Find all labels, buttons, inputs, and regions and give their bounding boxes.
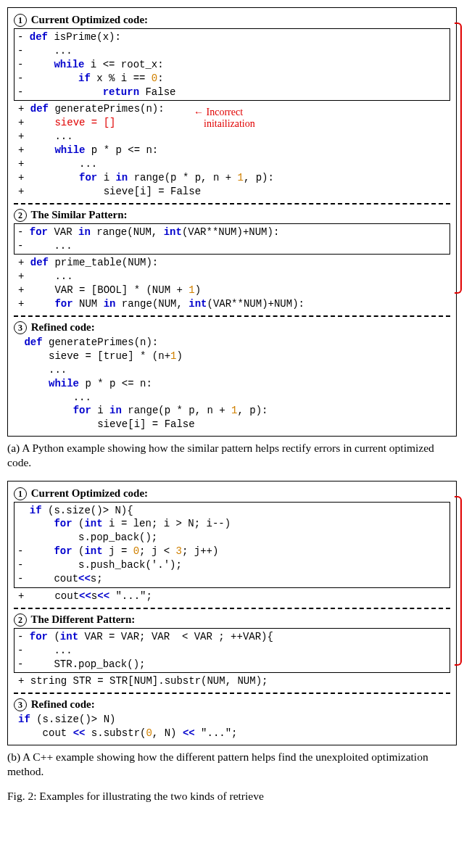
sec2-title: 2 The Similar Pattern: [14,209,450,222]
b-sec1-title-text: Current Optimized code: [31,487,148,499]
b-circled-3: 3 [14,698,27,711]
figure-b-panel: 1 Current Optimized code: if (s.size()> … [7,481,457,746]
arrow-icon: ← [194,107,204,117]
sep1 [14,203,450,204]
sec1-boxed: - def isPrime(x):- ...- while i <= root_… [14,28,450,101]
caption-a: (a) A Python example showing how the sim… [7,441,457,470]
b-sec3-title: 3 Refined code: [14,698,450,711]
sep2 [14,315,450,317]
sec3-title: 3 Refined code: [14,321,450,334]
figure-a-panel: 1 Current Optimized code: - def isPrime(… [7,7,457,437]
circled-2: 2 [14,209,27,222]
b-sec2-boxed: - for (int VAR = VAR; VAR < VAR ; ++VAR)… [14,628,450,674]
sec2-title-text: The Similar Pattern: [30,209,127,220]
b-sec3-body: if (s.size()> N) cout << s.substr(0, N) … [14,713,450,740]
sec1-body: - def isPrime(x):- ...- while i <= root_… [14,28,450,199]
b-sec1-boxed: if (s.size()> N){ for (int i = len; i > … [14,502,450,588]
sec1-title: 1 Current Optimized code: [14,14,450,27]
circled-3: 3 [14,321,27,334]
circled-1: 1 [14,14,27,27]
b-sec2-title-text: The Different Pattern: [30,613,135,625]
b-sec1-rest: + cout<<s<< "..."; [14,590,450,603]
b-sec2-title: 2 The Different Pattern: [14,613,450,627]
sec3-title-text: Refined code: [31,321,95,333]
b-sep2 [14,693,450,694]
annot-incorrect-l1: Incorrect [207,107,244,117]
b-sep1 [14,608,450,609]
brace-b [455,496,462,666]
b-circled-2: 2 [14,613,27,627]
b-sec2-rest: + string STR = STR[NUM].substr(NUM, NUM)… [14,674,450,688]
caption-b: (b) A C++ example showing how the differ… [7,750,457,779]
b-sec3-title-text: Refined code: [31,698,95,710]
sec1-title-text: Current Optimized code: [31,14,148,25]
b-circled-1: 1 [14,487,27,500]
annot-incorrect: ← Incorrect initailization [194,107,255,130]
sec2-boxed: - for VAR in range(NUM, int(VAR**NUM)+NU… [14,223,450,255]
brace-a [455,22,462,294]
sec3-body: def generatePrimes(n): sieve = [true] * … [14,336,450,431]
b-sec1-title: 1 Current Optimized code: [14,487,450,500]
sec2-rest: + def prime_table(NUM):+ ...+ VAR = [BOO… [14,256,450,311]
b-sec1-body: if (s.size()> N){ for (int i = len; i > … [14,502,450,603]
bottom-caption: Fig. 2: Examples for illustrating the tw… [7,789,457,803]
annot-incorrect-l2: initailization [204,118,255,129]
